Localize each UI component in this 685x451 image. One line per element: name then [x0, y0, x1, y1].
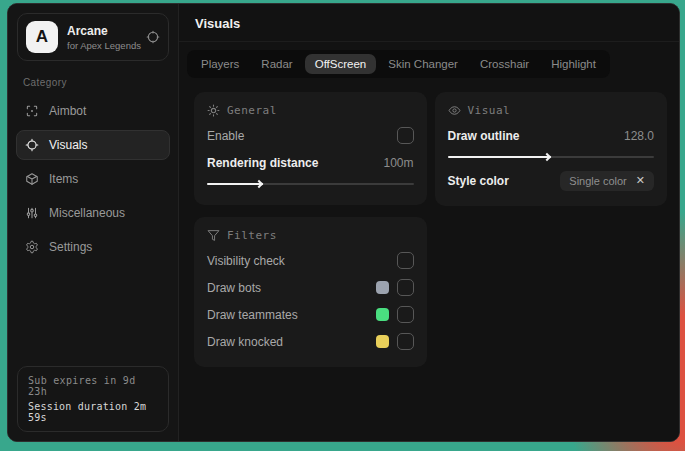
- sidebar-nav: Aimbot Visuals Items Miscellaneous Setti…: [8, 96, 178, 262]
- aimbot-icon: [25, 104, 39, 118]
- enable-label: Enable: [207, 129, 244, 143]
- panel-general: General Enable Rendering distance 100m: [194, 92, 427, 205]
- clear-icon[interactable]: ✕: [636, 175, 645, 186]
- sidebar-item-label: Settings: [49, 240, 92, 254]
- sidebar: A Arcane for Apex Legends Category Aimbo…: [8, 4, 179, 441]
- sidebar-item-aimbot[interactable]: Aimbot: [16, 96, 170, 126]
- color-swatch[interactable]: [376, 308, 389, 321]
- draw-bots-label: Draw bots: [207, 281, 261, 295]
- draw-teammates-row: Draw teammates: [207, 301, 414, 328]
- draw-teammates-checkbox[interactable]: [397, 306, 414, 323]
- app-subtitle: for Apex Legends: [67, 40, 137, 51]
- visibility-check-checkbox[interactable]: [397, 252, 414, 269]
- draw-outline-value: 128.0: [624, 129, 654, 143]
- sidebar-item-label: Aimbot: [49, 104, 86, 118]
- tab-players[interactable]: Players: [191, 54, 249, 74]
- content: General Enable Rendering distance 100m: [179, 82, 679, 377]
- left-column: General Enable Rendering distance 100m: [194, 92, 427, 367]
- right-column: Visual Draw outline 128.0 Style color: [435, 92, 668, 206]
- tabbar: Players Radar OffScreen Skin Changer Cro…: [187, 50, 610, 78]
- panel-filters: Filters Visibility check Draw bots: [194, 217, 427, 367]
- panel-visual-title: Visual: [448, 104, 655, 117]
- rendering-distance-slider[interactable]: [207, 177, 414, 191]
- slider-thumb[interactable]: [543, 152, 551, 160]
- style-color-row: Style color Single color ✕: [448, 167, 655, 194]
- tab-radar[interactable]: Radar: [251, 54, 302, 74]
- draw-knocked-row: Draw knocked: [207, 328, 414, 355]
- category-label: Category: [23, 77, 163, 88]
- sidebar-item-items[interactable]: Items: [16, 164, 170, 194]
- draw-bots-checkbox[interactable]: [397, 279, 414, 296]
- style-color-value: Single color: [569, 175, 626, 187]
- color-swatch[interactable]: [376, 335, 389, 348]
- panel-visual: Visual Draw outline 128.0 Style color: [435, 92, 668, 206]
- items-icon: [25, 172, 39, 186]
- tab-highlight[interactable]: Highlight: [541, 54, 606, 74]
- draw-outline-label: Draw outline: [448, 129, 520, 143]
- sidebar-item-label: Miscellaneous: [49, 206, 125, 220]
- session-duration-text: Session duration 2m 59s: [28, 401, 158, 423]
- visibility-check-row: Visibility check: [207, 247, 414, 274]
- draw-bots-row: Draw bots: [207, 274, 414, 301]
- crosshair-icon[interactable]: [146, 30, 160, 44]
- tab-crosshair[interactable]: Crosshair: [470, 54, 539, 74]
- sidebar-item-label: Visuals: [49, 138, 87, 152]
- rendering-distance-label: Rendering distance: [207, 156, 318, 170]
- sidebar-item-label: Items: [49, 172, 78, 186]
- draw-knocked-checkbox[interactable]: [397, 333, 414, 350]
- app-window: A Arcane for Apex Legends Category Aimbo…: [7, 3, 680, 442]
- rendering-distance-row: Rendering distance 100m: [207, 149, 414, 176]
- app-header-card: A Arcane for Apex Legends: [17, 13, 169, 61]
- style-color-label: Style color: [448, 174, 509, 188]
- sub-expires-text: Sub expires in 9d 23h: [28, 375, 158, 397]
- app-name: Arcane: [67, 24, 137, 38]
- eye-icon: [448, 104, 461, 117]
- sliders-icon: [25, 206, 39, 220]
- panel-general-title: General: [207, 104, 414, 117]
- sidebar-item-miscellaneous[interactable]: Miscellaneous: [16, 198, 170, 228]
- enable-checkbox[interactable]: [397, 127, 414, 144]
- app-logo: A: [26, 21, 58, 53]
- main-area: Visuals Players Radar OffScreen Skin Cha…: [179, 4, 679, 441]
- slider-thumb[interactable]: [255, 179, 263, 187]
- sidebar-item-visuals[interactable]: Visuals: [16, 130, 170, 160]
- draw-outline-row: Draw outline 128.0: [448, 122, 655, 149]
- visuals-icon: [25, 138, 39, 152]
- gear-icon: [25, 240, 39, 254]
- tab-skin-changer[interactable]: Skin Changer: [378, 54, 468, 74]
- app-meta: Arcane for Apex Legends: [67, 24, 137, 51]
- style-color-select[interactable]: Single color ✕: [560, 171, 654, 191]
- desktop-backdrop: { "app": { "logo_letter": "A", "name": "…: [0, 0, 685, 451]
- sun-icon: [207, 104, 220, 117]
- sidebar-item-settings[interactable]: Settings: [16, 232, 170, 262]
- slider-fill: [448, 156, 551, 158]
- page-title: Visuals: [179, 4, 679, 42]
- funnel-icon: [207, 229, 220, 242]
- rendering-distance-value: 100m: [383, 156, 413, 170]
- draw-knocked-label: Draw knocked: [207, 335, 283, 349]
- tab-offscreen[interactable]: OffScreen: [305, 54, 377, 74]
- draw-outline-slider[interactable]: [448, 150, 655, 164]
- enable-row: Enable: [207, 122, 414, 149]
- visibility-check-label: Visibility check: [207, 254, 285, 268]
- color-swatch[interactable]: [376, 281, 389, 294]
- panel-filters-title: Filters: [207, 229, 414, 242]
- draw-teammates-label: Draw teammates: [207, 308, 298, 322]
- subscription-card: Sub expires in 9d 23h Session duration 2…: [17, 366, 169, 432]
